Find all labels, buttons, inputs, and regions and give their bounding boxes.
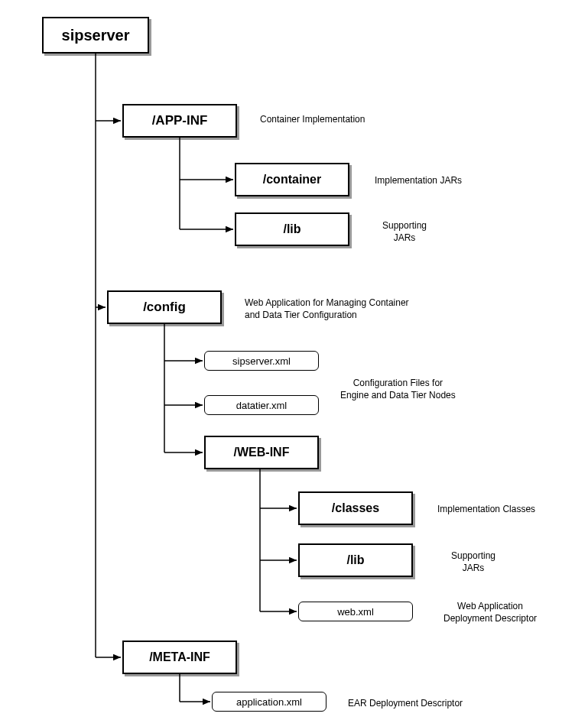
desc-container: Implementation JARs [375,174,462,186]
desc-application-xml: EAR Deployment Descriptor [348,697,463,709]
desc-config-files: Configuration Files for Engine and Data … [340,377,456,401]
node-classes: /classes [298,491,413,525]
node-config: /config [107,290,222,324]
file-datatier-xml: datatier.xml [204,395,319,415]
node-container: /container [235,163,349,196]
file-label: datatier.xml [236,400,287,411]
node-label: /container [263,173,321,186]
node-sipserver: sipserver [42,17,149,54]
desc-config: Web Application for Managing Container a… [245,297,409,321]
file-sipserver-xml: sipserver.xml [204,351,319,371]
file-web-xml: web.xml [298,602,413,621]
node-web-inf: /WEB-INF [204,436,319,469]
desc-webinf-lib: Supporting JARs [451,550,495,574]
node-label: /META-INF [149,650,210,664]
node-label: /classes [332,501,379,515]
node-label: /lib [346,553,364,567]
desc-app-inf: Container Implementation [260,113,365,125]
node-label: /lib [283,222,300,236]
node-webinf-lib: /lib [298,543,413,577]
file-label: sipserver.xml [232,355,291,367]
node-label: /APP-INF [152,113,208,128]
file-label: application.xml [236,696,302,708]
node-appinf-lib: /lib [235,212,349,246]
desc-web-xml: Web Application Deployment Descriptor [443,600,537,624]
file-label: web.xml [337,606,374,618]
node-label: /WEB-INF [234,446,290,459]
desc-classes: Implementation Classes [437,503,535,515]
desc-appinf-lib: Supporting JARs [382,219,427,244]
node-label: sipserver [62,27,130,44]
node-app-inf: /APP-INF [122,104,237,138]
node-meta-inf: /META-INF [122,641,237,674]
node-label: /config [143,300,186,315]
file-application-xml: application.xml [212,692,326,712]
